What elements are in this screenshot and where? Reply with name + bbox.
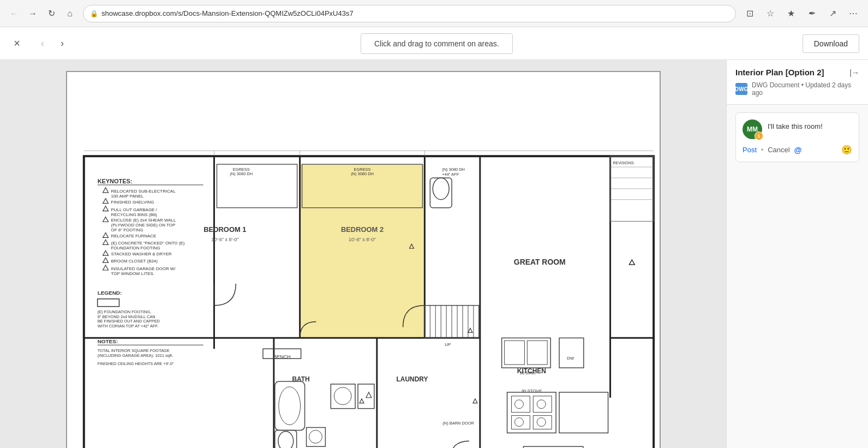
svg-text:(PLYWOOD ONE SIDE) ON TOP: (PLYWOOD ONE SIDE) ON TOP: [111, 223, 175, 228]
doc-nav-arrows: ‹ ›: [34, 35, 71, 52]
svg-text:INSULATED GARAGE DOOR W/: INSULATED GARAGE DOOR W/: [111, 266, 176, 271]
favorites-button[interactable]: ★: [783, 5, 799, 22]
comment-card: MM 1 I'll take this room! Post • Cancel …: [735, 112, 859, 162]
svg-text:10'-6" x 8'-0": 10'-6" x 8'-0": [349, 237, 376, 242]
svg-text:STACKED WASHER & DRYER: STACKED WASHER & DRYER: [111, 252, 171, 256]
forward-button[interactable]: →: [25, 6, 40, 21]
svg-text:BEDROOM 1: BEDROOM 1: [203, 225, 246, 234]
right-panel: Interior Plan [Option 2] |→ DWG DWG Docu…: [726, 60, 868, 448]
comment-at-button[interactable]: @: [794, 146, 802, 154]
svg-text:(N) BARN DOOR: (N) BARN DOOR: [442, 421, 474, 426]
panel-title-row: Interior Plan [Option 2] |→: [735, 68, 859, 77]
close-button[interactable]: ×: [9, 35, 25, 52]
comment-hint-box: Click and drag to comment on areas.: [361, 33, 513, 54]
browser-actions: ⊡ ☆ ★ ✒ ↗ ⋯: [741, 5, 861, 22]
svg-text:(N) 3080 DH: (N) 3080 DH: [230, 171, 253, 176]
svg-text:FOUNDATION FOOTING: FOUNDATION FOOTING: [111, 246, 160, 250]
back-button[interactable]: ←: [7, 6, 22, 21]
reading-view-button[interactable]: ⊡: [741, 5, 758, 22]
home-button[interactable]: ⌂: [62, 6, 77, 21]
next-icon: ›: [61, 38, 64, 49]
comment-text[interactable]: I'll take this room!: [768, 120, 852, 132]
browser-nav-buttons: ← → ↻ ⌂: [7, 6, 77, 21]
svg-text:ENCLOSE (E) 2x4 SHEAR WALL: ENCLOSE (E) 2x4 SHEAR WALL: [111, 218, 176, 223]
app-bar: × ‹ › Click and drag to comment on areas…: [0, 27, 868, 60]
svg-text:100 AMP PANEL: 100 AMP PANEL: [111, 194, 143, 199]
svg-text:REVISIONS:: REVISIONS:: [613, 161, 634, 165]
svg-text:RECYCLING BINS (B8): RECYCLING BINS (B8): [111, 212, 157, 217]
svg-text:RELOCATE FURNACE: RELOCATE FURNACE: [111, 234, 156, 238]
panel-header: Interior Plan [Option 2] |→ DWG DWG Docu…: [727, 60, 868, 105]
comment-header: MM 1 I'll take this room!: [743, 120, 852, 139]
panel-meta-text: DWG Document • Updated 2 days ago: [752, 81, 859, 97]
next-doc-button[interactable]: ›: [53, 35, 71, 52]
comment-separator: •: [761, 146, 763, 154]
comment-actions: Post • Cancel @ 🙂: [743, 145, 852, 155]
svg-text:RELOCATED SUB-ELECTRICAL: RELOCATED SUB-ELECTRICAL: [111, 189, 176, 194]
svg-text:(N) 3080 DH: (N) 3080 DH: [442, 167, 465, 172]
svg-text:LEGEND:: LEGEND:: [97, 290, 122, 296]
share-button[interactable]: ↗: [824, 5, 841, 22]
main-content: KEYNOTES: RELOCATED SUB-ELECTRICAL 100 A…: [0, 60, 868, 448]
avatar-badge: 1: [755, 132, 763, 140]
download-button[interactable]: Download: [803, 34, 859, 53]
svg-text:BEDROOM 2: BEDROOM 2: [340, 225, 383, 234]
svg-text:OF 8" FOOTING: OF 8" FOOTING: [111, 228, 143, 232]
address-bar[interactable]: 🔒 showcase.dropbox.com/s/Docs-Mansion-Ex…: [83, 5, 736, 22]
svg-text:(INCLUDING GARAGE AREA): 1011 : (INCLUDING GARAGE AREA): 1011 sqft.: [97, 353, 172, 358]
panel-title: Interior Plan [Option 2]: [735, 68, 824, 77]
comment-hint-text: Click and drag to comment on areas.: [374, 39, 499, 48]
svg-text:KEYNOTES:: KEYNOTES:: [97, 178, 132, 184]
svg-text:TOP WINDOW LITES.: TOP WINDOW LITES.: [111, 271, 154, 276]
pen-button[interactable]: ✒: [804, 5, 820, 22]
svg-text:(N) 3080 DH: (N) 3080 DH: [351, 171, 374, 176]
svg-text:LAUNDRY: LAUNDRY: [396, 375, 428, 383]
close-icon: ×: [14, 37, 20, 50]
comment-emoji-button[interactable]: 🙂: [841, 145, 852, 155]
svg-text:WITH CORIAN TOP AT +42" AFF.: WITH CORIAN TOP AT +42" AFF.: [97, 324, 158, 328]
svg-text:30 SINK: 30 SINK: [519, 371, 536, 375]
prev-icon: ‹: [41, 38, 44, 49]
svg-text:BE FINISHED OUT AND CAPPED: BE FINISHED OUT AND CAPPED: [97, 319, 160, 324]
more-button[interactable]: ⋯: [845, 5, 861, 22]
svg-text:NOTES:: NOTES:: [97, 338, 118, 344]
svg-text:FINISHED CEILING HEIGHTS ARE +: FINISHED CEILING HEIGHTS ARE +9'-0": [97, 361, 173, 366]
comment-hint-area: Click and drag to comment on areas.: [80, 33, 794, 54]
svg-text:10'-6" x 8'-0": 10'-6" x 8'-0": [211, 237, 238, 242]
url-text: showcase.dropbox.com/s/Docs-Mansion-Exte…: [101, 9, 354, 17]
comment-post-button[interactable]: Post: [743, 146, 757, 154]
svg-text:(E) FOUNDATION FOOTING,: (E) FOUNDATION FOOTING,: [97, 309, 151, 314]
avatar: MM 1: [743, 120, 762, 139]
svg-text:BATH: BATH: [292, 375, 309, 383]
doc-viewer[interactable]: KEYNOTES: RELOCATED SUB-ELECTRICAL 100 A…: [0, 60, 726, 448]
reload-button[interactable]: ↻: [44, 6, 59, 21]
floor-plan-svg: KEYNOTES: RELOCATED SUB-ELECTRICAL 100 A…: [67, 72, 660, 448]
panel-meta: DWG DWG Document • Updated 2 days ago: [735, 81, 859, 97]
svg-rect-1: [300, 164, 424, 338]
panel-export-button[interactable]: |→: [849, 68, 859, 77]
svg-text:UP: UP: [445, 342, 451, 347]
floor-plan-container: KEYNOTES: RELOCATED SUB-ELECTRICAL 100 A…: [66, 71, 661, 448]
prev-doc-button[interactable]: ‹: [34, 35, 51, 52]
svg-text:+44" AFF: +44" AFF: [442, 172, 459, 177]
svg-text:TOTAL INTERIOR SQUARE FOOTAGE: TOTAL INTERIOR SQUARE FOOTAGE: [97, 348, 169, 353]
svg-text:BROOM CLOSET (B24): BROOM CLOSET (B24): [111, 259, 158, 264]
export-icon: |→: [849, 68, 859, 77]
svg-text:FINISHED SHELVING: FINISHED SHELVING: [111, 200, 154, 205]
svg-text:8" BEYOND 2x4 MUDSILL CAN: 8" BEYOND 2x4 MUDSILL CAN: [97, 314, 155, 319]
comment-cancel-button[interactable]: Cancel: [768, 146, 789, 154]
svg-text:GREAT ROOM: GREAT ROOM: [513, 258, 565, 266]
bookmark-button[interactable]: ☆: [762, 5, 779, 22]
dwg-icon: DWG: [735, 83, 747, 95]
lock-icon: 🔒: [90, 10, 98, 17]
svg-text:(E) CONCRETE "PACKED" ONTO (E): (E) CONCRETE "PACKED" ONTO (E): [111, 241, 184, 246]
svg-text:PULL OUT GARBAGE /: PULL OUT GARBAGE /: [111, 207, 157, 212]
comment-area: MM 1 I'll take this room! Post • Cancel …: [727, 105, 868, 448]
browser-chrome: ← → ↻ ⌂ 🔒 showcase.dropbox.com/s/Docs-Ma…: [0, 0, 868, 27]
svg-text:DW: DW: [566, 356, 574, 361]
